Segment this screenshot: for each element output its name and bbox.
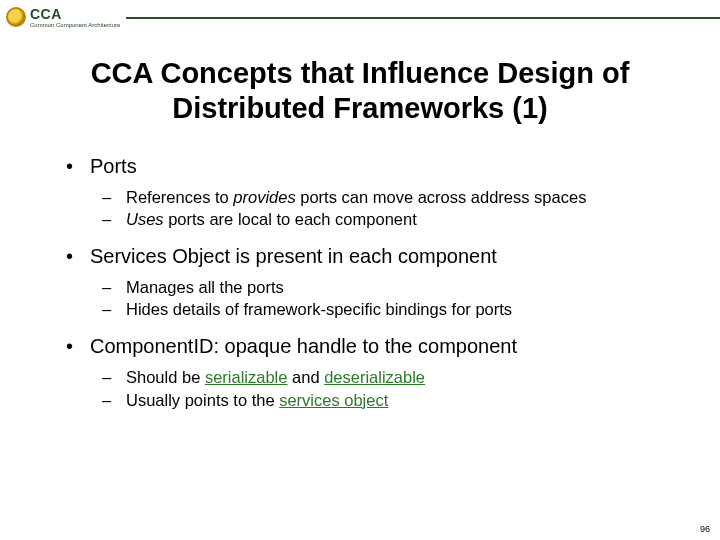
sub-bullet: Hides details of framework-specific bind… bbox=[98, 299, 668, 320]
em-provides: provides bbox=[233, 188, 295, 206]
slide-content: Ports References to provides ports can m… bbox=[0, 154, 720, 411]
bullet-services-object: Services Object is present in each compo… bbox=[66, 244, 668, 320]
sub-list: Should be serializable and deserializabl… bbox=[90, 367, 668, 410]
bullet-label: ComponentID: opaque handle to the compon… bbox=[90, 335, 517, 357]
sub-bullet: Manages all the ports bbox=[98, 277, 668, 298]
term-serializable: serializable bbox=[205, 368, 288, 386]
bullet-label: Ports bbox=[90, 155, 137, 177]
sub-bullet: Usually points to the services object bbox=[98, 390, 668, 411]
slide-title: CCA Concepts that Influence Design of Di… bbox=[40, 56, 680, 126]
bullet-list: Ports References to provides ports can m… bbox=[66, 154, 668, 411]
bullet-label: Services Object is present in each compo… bbox=[90, 245, 497, 267]
em-uses: Uses bbox=[126, 210, 164, 228]
bullet-ports: Ports References to provides ports can m… bbox=[66, 154, 668, 230]
sub-bullet: Uses ports are local to each component bbox=[98, 209, 668, 230]
term-deserializable: deserializable bbox=[324, 368, 425, 386]
header-subtitle: Common Component Architecture bbox=[30, 22, 120, 28]
header-acronym: CCA bbox=[30, 7, 120, 21]
sub-list: References to provides ports can move ac… bbox=[90, 187, 668, 230]
bullet-component-id: ComponentID: opaque handle to the compon… bbox=[66, 334, 668, 410]
sub-list: Manages all the ports Hides details of f… bbox=[90, 277, 668, 320]
slide-header: CCA Common Component Architecture bbox=[0, 0, 720, 28]
cca-logo-icon bbox=[6, 7, 26, 27]
title-line-2: Distributed Frameworks (1) bbox=[172, 92, 547, 124]
term-services-object: services object bbox=[279, 391, 388, 409]
sub-bullet: Should be serializable and deserializabl… bbox=[98, 367, 668, 388]
title-line-1: CCA Concepts that Influence Design of bbox=[91, 57, 630, 89]
header-text-block: CCA Common Component Architecture bbox=[30, 7, 120, 28]
sub-bullet: References to provides ports can move ac… bbox=[98, 187, 668, 208]
header-divider bbox=[126, 17, 720, 19]
page-number: 96 bbox=[700, 524, 710, 534]
